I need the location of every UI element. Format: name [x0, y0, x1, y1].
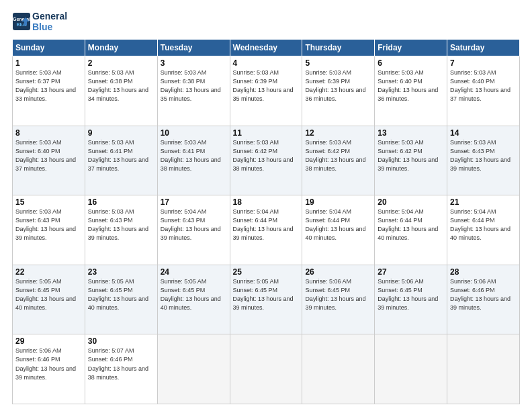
day-info: Sunrise: 5:06 AMSunset: 6:46 PMDaylight:… — [450, 277, 517, 312]
day-number: 29 — [15, 336, 82, 346]
calendar-cell: 11Sunrise: 5:03 AMSunset: 6:42 PMDayligh… — [230, 126, 302, 195]
day-number: 18 — [233, 197, 300, 207]
day-info: Sunrise: 5:05 AMSunset: 6:45 PMDaylight:… — [233, 277, 300, 312]
day-number: 20 — [378, 197, 444, 207]
calendar-cell: 12Sunrise: 5:03 AMSunset: 6:42 PMDayligh… — [302, 126, 375, 195]
day-info: Sunrise: 5:03 AMSunset: 6:42 PMDaylight:… — [233, 138, 300, 173]
day-number: 30 — [88, 336, 154, 346]
day-number: 12 — [305, 128, 371, 138]
day-info: Sunrise: 5:03 AMSunset: 6:38 PMDaylight:… — [161, 68, 227, 103]
day-number: 2 — [88, 58, 154, 68]
calendar-cell: 17Sunrise: 5:04 AMSunset: 6:43 PMDayligh… — [157, 195, 230, 265]
calendar-cell: 2Sunrise: 5:03 AMSunset: 6:38 PMDaylight… — [85, 56, 157, 126]
day-number: 22 — [15, 267, 82, 277]
calendar-cell: 26Sunrise: 5:06 AMSunset: 6:45 PMDayligh… — [302, 265, 375, 334]
calendar-cell: 10Sunrise: 5:03 AMSunset: 6:41 PMDayligh… — [157, 126, 230, 195]
day-info: Sunrise: 5:05 AMSunset: 6:45 PMDaylight:… — [15, 277, 82, 312]
day-number: 4 — [233, 58, 300, 68]
day-number: 19 — [305, 197, 371, 207]
day-number: 13 — [378, 128, 444, 138]
day-number: 17 — [161, 197, 227, 207]
day-number: 3 — [161, 58, 227, 68]
calendar-cell: 27Sunrise: 5:06 AMSunset: 6:45 PMDayligh… — [375, 265, 447, 334]
day-number: 11 — [233, 128, 300, 138]
day-info: Sunrise: 5:03 AMSunset: 6:41 PMDaylight:… — [161, 138, 227, 173]
day-number: 16 — [88, 197, 154, 207]
day-info: Sunrise: 5:04 AMSunset: 6:44 PMDaylight:… — [378, 208, 444, 242]
day-info: Sunrise: 5:03 AMSunset: 6:40 PMDaylight:… — [450, 68, 517, 103]
day-info: Sunrise: 5:06 AMSunset: 6:46 PMDaylight:… — [15, 347, 82, 381]
week-row-1: 1Sunrise: 5:03 AMSunset: 6:37 PMDaylight… — [13, 56, 520, 126]
day-info: Sunrise: 5:07 AMSunset: 6:46 PMDaylight:… — [88, 347, 154, 381]
calendar-cell: 4Sunrise: 5:03 AMSunset: 6:39 PMDaylight… — [230, 56, 302, 126]
calendar-cell: 19Sunrise: 5:04 AMSunset: 6:44 PMDayligh… — [302, 195, 375, 265]
day-info: Sunrise: 5:05 AMSunset: 6:45 PMDaylight:… — [88, 277, 154, 312]
day-number: 9 — [88, 128, 154, 138]
calendar-cell: 14Sunrise: 5:03 AMSunset: 6:43 PMDayligh… — [447, 126, 520, 195]
day-number: 14 — [450, 128, 517, 138]
week-row-5: 29Sunrise: 5:06 AMSunset: 6:46 PMDayligh… — [13, 334, 520, 404]
day-info: Sunrise: 5:03 AMSunset: 6:39 PMDaylight:… — [305, 68, 371, 103]
calendar-cell: 1Sunrise: 5:03 AMSunset: 6:37 PMDaylight… — [13, 56, 85, 126]
calendar-cell: 7Sunrise: 5:03 AMSunset: 6:40 PMDaylight… — [447, 56, 520, 126]
weekday-header-thursday: Thursday — [302, 40, 375, 56]
day-number: 27 — [378, 267, 444, 277]
calendar-cell: 5Sunrise: 5:03 AMSunset: 6:39 PMDaylight… — [302, 56, 375, 126]
day-info: Sunrise: 5:03 AMSunset: 6:38 PMDaylight:… — [88, 68, 154, 103]
calendar-cell: 29Sunrise: 5:06 AMSunset: 6:46 PMDayligh… — [13, 334, 85, 404]
weekday-header-monday: Monday — [85, 40, 157, 56]
day-number: 26 — [305, 267, 371, 277]
day-info: Sunrise: 5:03 AMSunset: 6:43 PMDaylight:… — [88, 208, 154, 242]
day-info: Sunrise: 5:03 AMSunset: 6:40 PMDaylight:… — [15, 138, 82, 173]
day-info: Sunrise: 5:05 AMSunset: 6:45 PMDaylight:… — [161, 277, 227, 312]
day-number: 6 — [378, 58, 444, 68]
day-info: Sunrise: 5:03 AMSunset: 6:42 PMDaylight:… — [378, 138, 444, 173]
day-number: 24 — [161, 267, 227, 277]
day-info: Sunrise: 5:04 AMSunset: 6:44 PMDaylight:… — [450, 208, 517, 242]
calendar-cell — [157, 334, 230, 404]
day-info: Sunrise: 5:06 AMSunset: 6:45 PMDaylight:… — [305, 277, 371, 312]
day-number: 1 — [15, 58, 82, 68]
logo: General Blue General Blue — [12, 11, 67, 32]
calendar-page: General Blue General Blue SundayMondayTu… — [0, 0, 532, 411]
calendar-cell — [302, 334, 375, 404]
day-info: Sunrise: 5:03 AMSunset: 6:37 PMDaylight:… — [15, 68, 82, 103]
calendar-cell: 9Sunrise: 5:03 AMSunset: 6:41 PMDaylight… — [85, 126, 157, 195]
logo-text-general: General — [32, 11, 67, 21]
calendar-cell: 20Sunrise: 5:04 AMSunset: 6:44 PMDayligh… — [375, 195, 447, 265]
weekday-header-row: SundayMondayTuesdayWednesdayThursdayFrid… — [13, 40, 520, 56]
day-number: 10 — [161, 128, 227, 138]
week-row-3: 15Sunrise: 5:03 AMSunset: 6:43 PMDayligh… — [13, 195, 520, 265]
day-info: Sunrise: 5:03 AMSunset: 6:43 PMDaylight:… — [450, 138, 517, 173]
day-info: Sunrise: 5:03 AMSunset: 6:41 PMDaylight:… — [88, 138, 154, 173]
day-number: 25 — [233, 267, 300, 277]
logo-text-blue: Blue — [32, 21, 67, 32]
day-info: Sunrise: 5:04 AMSunset: 6:44 PMDaylight:… — [233, 208, 300, 242]
calendar-cell: 30Sunrise: 5:07 AMSunset: 6:46 PMDayligh… — [85, 334, 157, 404]
day-number: 21 — [450, 197, 517, 207]
calendar-cell: 25Sunrise: 5:05 AMSunset: 6:45 PMDayligh… — [230, 265, 302, 334]
day-info: Sunrise: 5:06 AMSunset: 6:45 PMDaylight:… — [378, 277, 444, 312]
calendar-cell — [447, 334, 520, 404]
calendar-cell: 8Sunrise: 5:03 AMSunset: 6:40 PMDaylight… — [13, 126, 85, 195]
weekday-header-wednesday: Wednesday — [230, 40, 302, 56]
day-info: Sunrise: 5:03 AMSunset: 6:43 PMDaylight:… — [15, 208, 82, 242]
weekday-header-tuesday: Tuesday — [157, 40, 230, 56]
calendar-cell: 15Sunrise: 5:03 AMSunset: 6:43 PMDayligh… — [13, 195, 85, 265]
week-row-4: 22Sunrise: 5:05 AMSunset: 6:45 PMDayligh… — [13, 265, 520, 334]
logo-icon: General Blue — [12, 12, 31, 31]
calendar-cell — [230, 334, 302, 404]
calendar-cell: 28Sunrise: 5:06 AMSunset: 6:46 PMDayligh… — [447, 265, 520, 334]
day-info: Sunrise: 5:04 AMSunset: 6:44 PMDaylight:… — [305, 208, 371, 242]
calendar-cell — [375, 334, 447, 404]
day-number: 7 — [450, 58, 517, 68]
weekday-header-friday: Friday — [375, 40, 447, 56]
day-number: 23 — [88, 267, 154, 277]
calendar-cell: 24Sunrise: 5:05 AMSunset: 6:45 PMDayligh… — [157, 265, 230, 334]
calendar-cell: 21Sunrise: 5:04 AMSunset: 6:44 PMDayligh… — [447, 195, 520, 265]
day-number: 5 — [305, 58, 371, 68]
day-number: 8 — [15, 128, 82, 138]
day-number: 15 — [15, 197, 82, 207]
weekday-header-sunday: Sunday — [13, 40, 85, 56]
day-info: Sunrise: 5:04 AMSunset: 6:43 PMDaylight:… — [161, 208, 227, 242]
